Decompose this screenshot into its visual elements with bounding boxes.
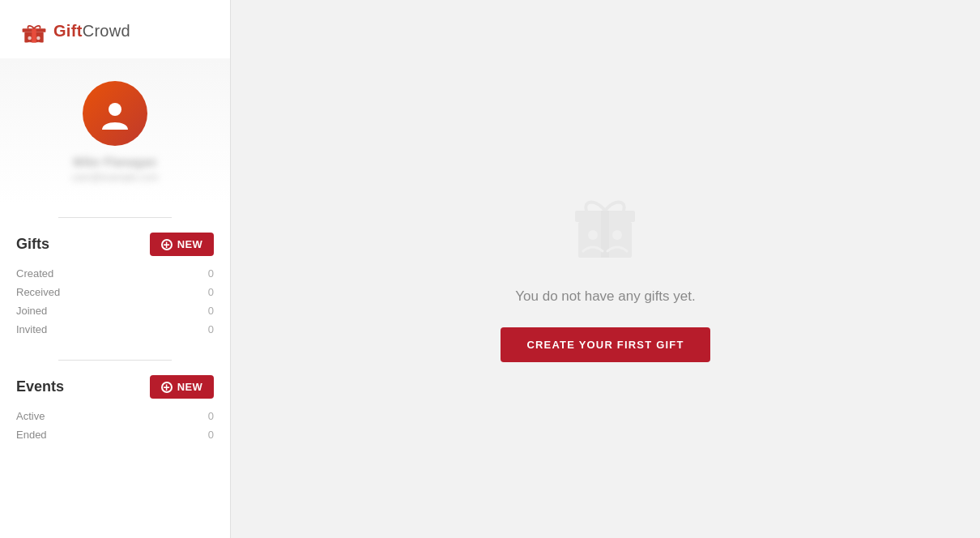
gifts-received-value: 0 [208, 286, 214, 298]
gifts-created-row: Created 0 [16, 264, 214, 283]
gifts-created-label: Created [16, 267, 53, 280]
events-ended-label: Ended [16, 429, 47, 441]
giftcrowd-logo-icon [19, 16, 49, 45]
events-active-row: Active 0 [16, 407, 214, 425]
svg-point-3 [28, 36, 32, 41]
main-content: You do not have any gifts yet. CREATE YO… [231, 0, 980, 538]
profile-area: Mike Flanagan user@example.com [0, 58, 230, 203]
events-section-title: Events [16, 378, 64, 395]
gifts-joined-value: 0 [208, 305, 214, 317]
gifts-invited-row: Invited 0 [16, 320, 214, 339]
sidebar-divider-mid [58, 360, 172, 361]
svg-point-4 [36, 36, 40, 41]
gifts-received-row: Received 0 [16, 283, 214, 301]
sidebar: GiftCrowd Mike Flanagan user@example.com… [0, 0, 231, 538]
empty-gift-icon [560, 177, 650, 266]
user-name: Mike Flanagan [74, 156, 157, 169]
events-new-button[interactable]: + NEW [150, 375, 214, 399]
empty-message: You do not have any gifts yet. [515, 288, 695, 305]
events-ended-row: Ended 0 [16, 425, 214, 444]
gifts-section-header: Gifts + NEW [16, 233, 214, 256]
svg-point-9 [588, 230, 598, 240]
svg-point-10 [612, 230, 622, 240]
empty-state: You do not have any gifts yet. CREATE YO… [501, 177, 709, 362]
gifts-received-label: Received [16, 286, 60, 298]
gifts-joined-row: Joined 0 [16, 301, 214, 320]
events-ended-value: 0 [208, 429, 214, 441]
gifts-joined-label: Joined [16, 305, 47, 317]
create-first-gift-button[interactable]: CREATE YOUR FIRST GIFT [501, 327, 709, 362]
events-active-label: Active [16, 410, 45, 422]
logo-text: GiftCrowd [53, 22, 130, 41]
sidebar-divider-top [58, 217, 172, 218]
events-section: Events + NEW Active 0 Ended 0 [0, 375, 230, 444]
events-section-header: Events + NEW [16, 375, 214, 399]
gifts-section: Gifts + NEW Created 0 Received 0 Joined … [0, 233, 230, 339]
gifts-invited-label: Invited [16, 323, 47, 335]
svg-point-5 [109, 103, 121, 116]
user-email: user@example.com [72, 172, 159, 183]
svg-rect-2 [32, 28, 36, 42]
gifts-created-value: 0 [208, 267, 214, 280]
avatar [83, 81, 147, 146]
gifts-new-button[interactable]: + NEW [150, 233, 214, 256]
gifts-invited-value: 0 [208, 323, 214, 335]
events-active-value: 0 [208, 410, 214, 422]
logo-area: GiftCrowd [0, 0, 230, 58]
gifts-section-title: Gifts [16, 236, 49, 253]
gifts-plus-icon: + [161, 239, 173, 250]
events-plus-icon: + [161, 382, 173, 393]
